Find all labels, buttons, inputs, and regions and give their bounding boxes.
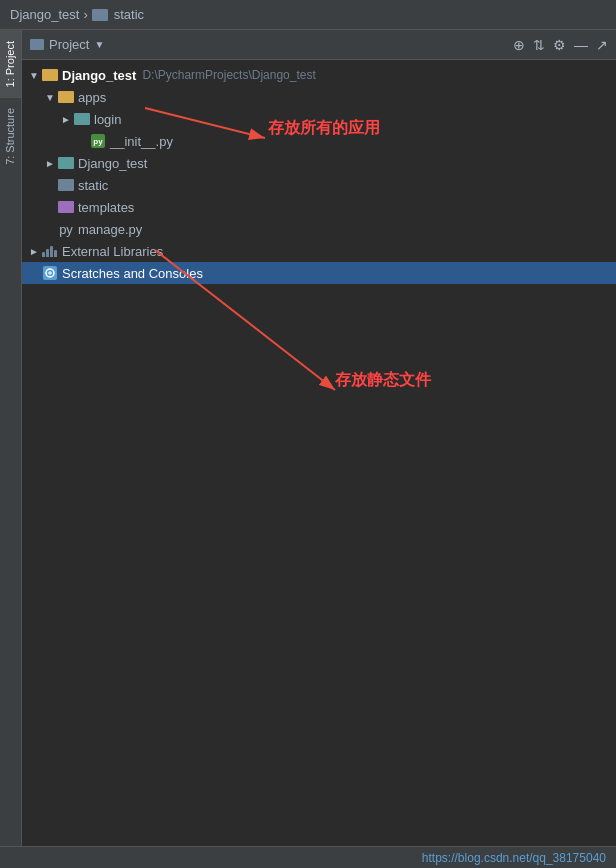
templates-folder-icon — [58, 201, 74, 214]
root-folder-icon — [42, 69, 58, 82]
tree-item-static[interactable]: ► static — [22, 174, 616, 196]
scratches-label: Scratches and Consoles — [62, 266, 203, 281]
apps-label: apps — [78, 90, 106, 105]
sort-button[interactable]: ⇅ — [533, 38, 545, 52]
side-tab-structure[interactable]: 7: Structure — [0, 97, 21, 175]
login-label: login — [94, 112, 121, 127]
djangotest-label: Django_test — [78, 156, 147, 171]
root-path: D:\PycharmProjects\Django_test — [142, 68, 315, 82]
expand-djangotest-icon: ► — [42, 158, 58, 169]
expand-root-icon: ▼ — [26, 70, 42, 81]
apps-folder-icon — [58, 91, 74, 104]
breadcrumb-sep: › — [83, 7, 87, 22]
breadcrumb-current[interactable]: static — [114, 7, 144, 22]
main-layout: 1: Project 7: Structure Project ▼ ⊕ ⇅ ⚙ … — [0, 30, 616, 868]
side-tab-project[interactable]: 1: Project — [0, 30, 21, 97]
tree-item-login[interactable]: ► login — [22, 108, 616, 130]
locate-button[interactable]: ⊕ — [513, 38, 525, 52]
panel-dropdown-icon[interactable]: ▼ — [94, 39, 104, 50]
file-tree: ▼ Django_test D:\PycharmProjects\Django_… — [22, 60, 616, 868]
folder-icon — [92, 9, 108, 21]
panel-header: Project ▼ ⊕ ⇅ ⚙ — ↗ — [22, 30, 616, 60]
panel-folder-icon — [30, 39, 44, 50]
tree-item-templates[interactable]: ► templates — [22, 196, 616, 218]
project-panel: Project ▼ ⊕ ⇅ ⚙ — ↗ ▼ Django_test D:\P — [22, 30, 616, 868]
breadcrumb-project[interactable]: Django_test — [10, 7, 79, 22]
tree-item-scratches[interactable]: ► Scratches and Consoles — [22, 262, 616, 284]
status-bar: https://blog.csdn.net/qq_38175040 — [0, 846, 616, 868]
extlibs-label: External Libraries — [62, 244, 163, 259]
side-tabs: 1: Project 7: Structure — [0, 30, 22, 868]
tree-item-apps[interactable]: ▼ apps — [22, 86, 616, 108]
status-url: https://blog.csdn.net/qq_38175040 — [422, 851, 606, 865]
tree-item-manage[interactable]: ► py manage.py — [22, 218, 616, 240]
settings-button[interactable]: ⚙ — [553, 38, 566, 52]
manage-label: manage.py — [78, 222, 142, 237]
init-file-icon: py — [90, 135, 106, 148]
tree-item-djangotest[interactable]: ► Django_test — [22, 152, 616, 174]
tree-item-init[interactable]: ► py __init__.py — [22, 130, 616, 152]
expand-extlibs-icon: ► — [26, 246, 42, 257]
expand-login-icon: ► — [58, 114, 74, 125]
scratches-icon — [42, 267, 58, 280]
expand-button[interactable]: ↗ — [596, 38, 608, 52]
panel-actions: ⊕ ⇅ ⚙ — ↗ — [513, 38, 608, 52]
tree-item-root[interactable]: ▼ Django_test D:\PycharmProjects\Django_… — [22, 64, 616, 86]
static-label: static — [78, 178, 108, 193]
static-folder-icon — [58, 179, 74, 192]
login-folder-icon — [74, 113, 90, 126]
breadcrumb-bar: Django_test › static — [0, 0, 616, 30]
init-label: __init__.py — [110, 134, 173, 149]
extlibs-icon — [42, 245, 58, 258]
expand-apps-icon: ▼ — [42, 92, 58, 103]
panel-title: Project ▼ — [30, 37, 104, 52]
panel-title-label: Project — [49, 37, 89, 52]
manage-file-icon: py — [58, 223, 74, 236]
djangotest-folder-icon — [58, 157, 74, 170]
tree-item-extlibs[interactable]: ► External Libraries — [22, 240, 616, 262]
root-label: Django_test — [62, 68, 136, 83]
templates-label: templates — [78, 200, 134, 215]
minimize-button[interactable]: — — [574, 38, 588, 52]
